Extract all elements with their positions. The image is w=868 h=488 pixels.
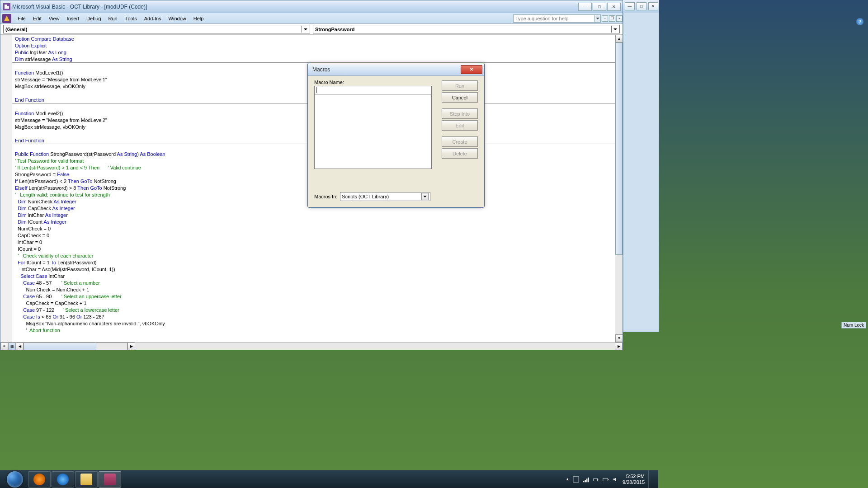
clock-date: 9/28/2015 (623, 479, 645, 485)
scroll-thumb[interactable] (615, 42, 623, 255)
procedure-combo-value: StrongPassword (315, 27, 354, 32)
start-button[interactable] (3, 471, 27, 488)
vertical-scrollbar[interactable]: ▲ ▼ (615, 35, 623, 342)
cancel-button[interactable]: Cancel (442, 92, 478, 103)
title-text: Microsoft Visual Basic - OCT Library - [… (12, 4, 577, 10)
maximize-button[interactable]: □ (593, 3, 606, 11)
menu-insert[interactable]: Insert (63, 13, 83, 23)
power-icon[interactable] (593, 476, 599, 483)
hscroll-right-button[interactable]: ▶ (127, 343, 135, 350)
taskbar-item-explorer[interactable] (75, 471, 98, 488)
code-margin (0, 35, 12, 342)
run-button[interactable]: Run (442, 80, 478, 91)
text-caret (316, 87, 316, 93)
scroll-down-button[interactable]: ▼ (615, 334, 623, 342)
inner-minimize-button[interactable]: – (602, 15, 608, 22)
battery-icon[interactable] (603, 476, 609, 483)
procedure-view-button[interactable]: ≡ (0, 343, 8, 350)
step-into-button[interactable]: Step Into (442, 108, 478, 119)
vb-menu-icon[interactable] (2, 14, 11, 23)
show-desktop-button[interactable] (648, 470, 653, 488)
svg-rect-4 (608, 479, 609, 480)
macros-dialog-close-button[interactable]: ✕ (461, 65, 482, 74)
macros-dialog-buttons: Run Cancel Step Into Edit Create Delete (442, 80, 478, 160)
object-procedure-row: (General) StrongPassword (0, 24, 623, 35)
access-icon (104, 474, 116, 485)
bg-maximize-button[interactable]: □ (637, 2, 646, 10)
macros-dialog-titlebar[interactable]: Macros ✕ (308, 63, 484, 76)
menu-help[interactable]: Help (190, 13, 208, 23)
folder-icon (80, 474, 92, 485)
system-tray: ▲ 5:52 PM 9/28/2015 (566, 470, 656, 488)
media-player-icon (33, 474, 45, 485)
tray-expand-icon[interactable]: ▲ (566, 477, 569, 481)
bg-close-button[interactable]: ✕ (648, 2, 658, 10)
svg-rect-0 (573, 476, 579, 482)
internet-explorer-icon (57, 474, 69, 485)
close-button[interactable]: ✕ (607, 3, 621, 11)
taskbar: ▲ 5:52 PM 9/28/2015 (0, 470, 658, 488)
inner-restore-button[interactable]: ❐ (609, 15, 615, 22)
macros-dialog-title: Macros (312, 66, 461, 73)
hscroll-thumb[interactable] (24, 343, 96, 350)
svg-rect-3 (603, 478, 608, 481)
chevron-down-icon (611, 26, 618, 33)
vb-app-icon (3, 3, 10, 10)
taskbar-clock[interactable]: 5:52 PM 9/28/2015 (623, 474, 645, 485)
menu-run[interactable]: Run (105, 13, 121, 23)
volume-icon[interactable] (613, 476, 619, 483)
hscroll-right-button-2[interactable]: ▶ (615, 343, 623, 350)
hscroll-left-button[interactable]: ◀ (16, 343, 24, 350)
macros-in-value: Scripts (OCT Library) (342, 194, 389, 199)
bottom-strip: ≡ ▦ ◀ ▶ ▶ (0, 342, 623, 350)
menu-tools[interactable]: Tools (121, 13, 141, 23)
horizontal-scrollbar[interactable] (24, 343, 127, 350)
macros-in-row: Macros In: Scripts (OCT Library) (314, 192, 430, 201)
status-numlock: Num Lock (841, 322, 866, 328)
chevron-down-icon (421, 193, 429, 200)
menu-debug[interactable]: Debug (83, 13, 104, 23)
macros-dialog: Macros ✕ Macro Name: Run Cancel Step Int… (307, 63, 485, 208)
menu-edit[interactable]: Edit (29, 13, 45, 23)
delete-button[interactable]: Delete (442, 148, 478, 159)
scroll-up-button[interactable]: ▲ (615, 35, 623, 42)
background-window (623, 0, 659, 332)
menu-view[interactable]: View (45, 13, 63, 23)
full-module-view-button[interactable]: ▦ (8, 343, 16, 350)
minimize-button[interactable]: — (578, 3, 592, 11)
menu-bar: FileEditViewInsertDebugRunToolsAdd-InsWi… (0, 13, 623, 24)
edit-button[interactable]: Edit (442, 120, 478, 131)
taskbar-item-ie[interactable] (52, 471, 74, 488)
menu-file[interactable]: File (14, 13, 29, 23)
bg-minimize-button[interactable]: — (625, 2, 635, 10)
menu-window[interactable]: Window (165, 13, 190, 23)
help-search-dropdown[interactable] (594, 14, 601, 23)
procedure-combo[interactable]: StrongPassword (313, 25, 620, 33)
macros-dialog-body: Macro Name: Run Cancel Step Into Edit Cr… (308, 76, 484, 207)
inner-close-button[interactable]: × (616, 15, 623, 22)
wifi-icon[interactable] (583, 476, 589, 483)
macros-in-combo[interactable]: Scripts (OCT Library) (340, 192, 430, 201)
svg-rect-1 (594, 479, 598, 481)
menu-add-ins[interactable]: Add-Ins (141, 13, 165, 23)
action-center-icon[interactable] (573, 476, 579, 483)
taskbar-item-access[interactable] (99, 471, 121, 488)
chevron-down-icon (302, 26, 309, 33)
macro-name-input[interactable] (314, 86, 432, 94)
macro-list[interactable] (314, 94, 432, 169)
macros-in-label: Macros In: (314, 194, 337, 199)
title-bar[interactable]: Microsoft Visual Basic - OCT Library - [… (0, 0, 623, 13)
background-window-controls: — □ ✕ (623, 0, 659, 13)
help-search-input[interactable]: Type a question for help (513, 14, 594, 23)
help-bubble-icon[interactable]: ? (856, 18, 863, 25)
object-combo-value: (General) (5, 27, 27, 32)
svg-rect-2 (598, 479, 599, 480)
object-combo[interactable]: (General) (3, 25, 310, 33)
create-button[interactable]: Create (442, 136, 478, 147)
clock-time: 5:52 PM (623, 474, 645, 479)
taskbar-item-media-player[interactable] (28, 471, 51, 488)
windows-orb-icon (7, 471, 23, 488)
